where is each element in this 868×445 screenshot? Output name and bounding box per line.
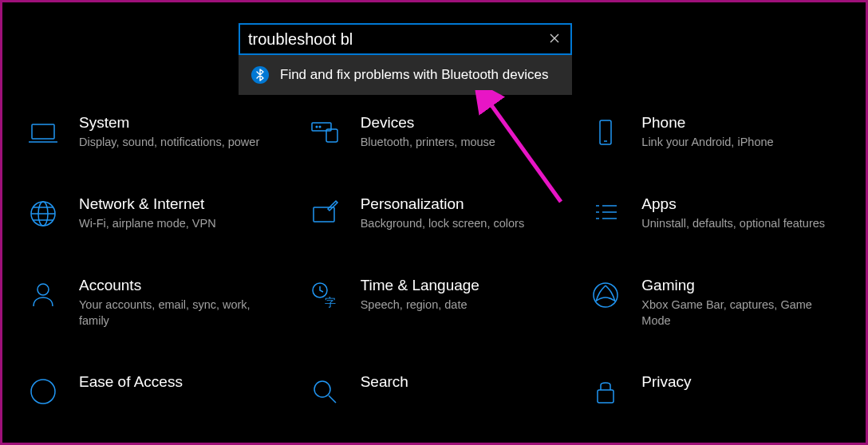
tile-title: Ease of Access — [79, 373, 183, 391]
gaming-icon — [587, 277, 624, 313]
bluetooth-icon — [251, 66, 269, 84]
tile-subtitle: Display, sound, notifications, power — [79, 135, 259, 151]
search-suggestion[interactable]: Find and fix problems with Bluetooth dev… — [239, 55, 572, 95]
search-suggestion-text: Find and fix problems with Bluetooth dev… — [280, 67, 548, 83]
tile-subtitle: Wi-Fi, airplane mode, VPN — [79, 216, 216, 232]
svg-point-24 — [594, 283, 617, 307]
accounts-icon — [25, 277, 61, 313]
time-language-icon: 字 — [306, 277, 343, 313]
apps-icon — [587, 195, 624, 232]
svg-text:字: 字 — [325, 296, 336, 309]
tile-apps[interactable]: Apps Uninstall, defaults, optional featu… — [582, 195, 848, 232]
tile-devices[interactable]: Devices Bluetooth, printers, mouse — [302, 114, 567, 151]
system-icon — [25, 114, 61, 151]
tile-privacy[interactable]: Privacy — [582, 373, 848, 410]
tile-ease-of-access[interactable]: Ease of Access — [20, 373, 286, 410]
clear-search-button[interactable] — [546, 30, 562, 49]
tile-title: Accounts — [79, 277, 262, 294]
tile-title: Phone — [641, 114, 773, 132]
search-panel: Find and fix problems with Bluetooth dev… — [239, 23, 572, 95]
tile-title: Gaming — [641, 277, 825, 294]
tile-title: Search — [361, 373, 408, 391]
tile-phone[interactable]: Phone Link your Android, iPhone — [582, 114, 848, 151]
tile-title: Personalization — [361, 195, 525, 213]
svg-point-25 — [31, 380, 55, 404]
ease-of-access-icon — [25, 373, 61, 410]
tile-search[interactable]: Search — [302, 373, 567, 410]
tile-personalization[interactable]: Personalization Background, lock screen,… — [302, 195, 567, 232]
search-icon — [306, 373, 343, 410]
devices-icon — [306, 114, 343, 151]
svg-point-6 — [319, 126, 321, 128]
tile-subtitle: Link your Android, iPhone — [641, 135, 773, 151]
svg-point-21 — [37, 284, 49, 295]
tile-subtitle: Bluetooth, printers, mouse — [361, 135, 495, 151]
tile-subtitle: Your accounts, email, sync, work, family — [79, 297, 262, 329]
tile-time-language[interactable]: 字 Time & Language Speech, region, date — [302, 277, 567, 329]
tile-subtitle: Xbox Game Bar, captures, Game Mode — [641, 297, 825, 329]
close-icon — [550, 33, 559, 43]
globe-icon — [25, 195, 61, 232]
svg-point-26 — [314, 381, 330, 397]
tile-subtitle: Background, lock screen, colors — [361, 216, 525, 232]
tile-title: Network & Internet — [79, 195, 216, 213]
svg-rect-28 — [598, 390, 614, 403]
tile-network[interactable]: Network & Internet Wi-Fi, airplane mode,… — [20, 195, 286, 232]
tile-title: Apps — [641, 195, 825, 213]
svg-rect-1 — [32, 124, 54, 139]
tile-title: Privacy — [641, 373, 691, 391]
svg-point-5 — [316, 126, 318, 128]
tile-title: Time & Language — [361, 277, 479, 294]
settings-grid: System Display, sound, notifications, po… — [20, 114, 848, 410]
tile-system[interactable]: System Display, sound, notifications, po… — [20, 114, 286, 151]
tile-accounts[interactable]: Accounts Your accounts, email, sync, wor… — [20, 277, 286, 329]
tile-subtitle: Speech, region, date — [361, 297, 479, 313]
tile-title: Devices — [361, 114, 495, 132]
search-input[interactable] — [248, 30, 546, 49]
privacy-icon — [587, 373, 624, 410]
phone-icon — [587, 114, 624, 151]
tile-subtitle: Uninstall, defaults, optional features — [641, 216, 825, 232]
svg-line-27 — [329, 396, 336, 403]
tile-title: System — [79, 114, 259, 132]
personalization-icon — [306, 195, 343, 232]
search-box[interactable] — [239, 23, 572, 55]
tile-gaming[interactable]: Gaming Xbox Game Bar, captures, Game Mod… — [582, 277, 848, 329]
